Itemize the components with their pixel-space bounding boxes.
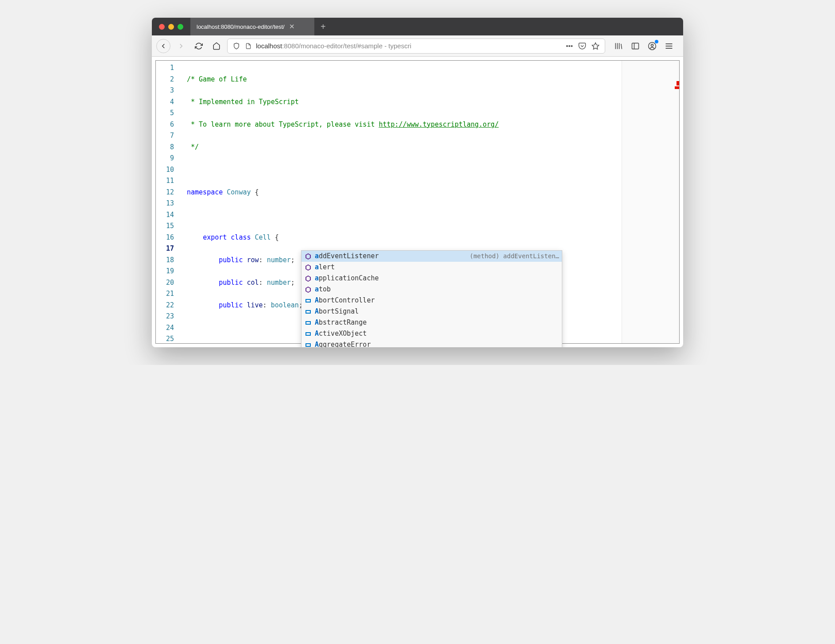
suggest-item[interactable]: atob [302, 284, 562, 295]
suggest-label: AbortSignal [315, 306, 359, 318]
suggest-item[interactable]: ActiveXObject [302, 328, 562, 339]
overview-ruler [673, 61, 679, 343]
variable-icon [304, 341, 312, 348]
line-number: 1 [156, 62, 174, 74]
suggest-item[interactable]: AbortSignal [302, 306, 562, 317]
line-number: 21 [156, 288, 174, 300]
suggest-label: applicationCache [315, 273, 379, 284]
shield-icon[interactable] [232, 42, 241, 50]
suggest-label: addEventListener [315, 251, 379, 262]
hamburger-menu-icon[interactable] [664, 41, 674, 51]
page-info-icon[interactable] [244, 42, 252, 50]
line-number: 14 [156, 209, 174, 221]
line-number: 2 [156, 74, 174, 85]
line-number: 20 [156, 277, 174, 289]
suggest-item[interactable]: alert [302, 262, 562, 273]
line-number: 7 [156, 130, 174, 142]
line-number: 9 [156, 153, 174, 164]
suggest-label: AbortController [315, 295, 375, 306]
url-bar[interactable]: localhost:8080/monaco-editor/test/#sampl… [227, 39, 605, 54]
line-number: 3 [156, 85, 174, 97]
reload-button[interactable] [192, 39, 206, 53]
page-actions-icon[interactable]: ••• [565, 41, 574, 50]
suggest-item[interactable]: AbstractRange [302, 317, 562, 328]
intellisense-popup[interactable]: addEventListener(method) addEventListen…… [301, 250, 562, 347]
home-button[interactable] [209, 39, 224, 53]
line-number: 16 [156, 232, 174, 244]
variable-icon [304, 330, 312, 338]
suggest-label: atob [315, 284, 331, 295]
suggest-detail: (method) addEventListen… [470, 251, 559, 262]
svg-rect-0 [632, 43, 639, 49]
suggest-item[interactable]: AbortController [302, 295, 562, 306]
code-content[interactable]: /* Game of Life * Implemented in TypeScr… [181, 61, 622, 343]
line-gutter: 1234567891011121314151617181920212223242… [156, 61, 181, 343]
line-number: 24 [156, 322, 174, 334]
suggest-item[interactable]: applicationCache [302, 273, 562, 284]
suggest-label: AggregateError [315, 339, 371, 347]
close-window-button[interactable] [159, 24, 165, 30]
close-tab-icon[interactable]: ✕ [289, 23, 295, 31]
line-number: 11 [156, 175, 174, 187]
account-icon[interactable] [647, 41, 657, 51]
line-number: 13 [156, 198, 174, 209]
svg-point-2 [651, 44, 653, 46]
line-number: 15 [156, 221, 174, 232]
tab-title: localhost:8080/monaco-editor/test/ [197, 23, 285, 30]
line-number: 17 [156, 243, 174, 255]
pocket-icon[interactable] [577, 41, 587, 51]
method-icon [304, 275, 312, 283]
suggest-item[interactable]: addEventListener(method) addEventListen… [302, 251, 562, 262]
line-number: 4 [156, 97, 174, 108]
line-number: 23 [156, 311, 174, 322]
new-tab-button[interactable]: + [314, 22, 332, 32]
method-icon [304, 252, 312, 260]
line-number: 12 [156, 187, 174, 198]
browser-toolbar: localhost:8080/monaco-editor/test/#sampl… [152, 35, 683, 57]
minimize-window-button[interactable] [168, 24, 174, 30]
line-number: 5 [156, 108, 174, 119]
error-marker [675, 86, 679, 89]
line-number: 25 [156, 334, 174, 345]
maximize-window-button[interactable] [178, 24, 183, 30]
variable-icon [304, 319, 312, 327]
line-number: 10 [156, 164, 174, 176]
url-text: localhost:8080/monaco-editor/test/#sampl… [256, 42, 561, 50]
line-number: 8 [156, 142, 174, 153]
suggest-item[interactable]: AggregateError [302, 339, 562, 347]
browser-tab[interactable]: localhost:8080/monaco-editor/test/ ✕ [190, 18, 314, 35]
forward-button[interactable] [174, 39, 188, 53]
suggest-label: alert [315, 262, 335, 273]
back-button[interactable] [156, 39, 170, 53]
line-number: 18 [156, 255, 174, 266]
library-icon[interactable] [613, 41, 624, 51]
variable-icon [304, 308, 312, 316]
variable-icon [304, 297, 312, 305]
sidebar-icon[interactable] [630, 41, 641, 51]
bookmark-star-icon[interactable] [591, 41, 600, 51]
toolbar-right [609, 41, 679, 51]
suggest-label: ActiveXObject [315, 328, 367, 340]
code-editor[interactable]: 1234567891011121314151617181920212223242… [155, 60, 680, 344]
browser-window: localhost:8080/monaco-editor/test/ ✕ + l [152, 18, 683, 347]
traffic-lights [152, 24, 190, 30]
minimap[interactable] [622, 61, 679, 343]
titlebar: localhost:8080/monaco-editor/test/ ✕ + [152, 18, 683, 35]
line-number: 22 [156, 300, 174, 311]
method-icon [304, 264, 312, 272]
typescript-link[interactable]: http://www.typescriptlang.org/ [379, 120, 499, 128]
line-number: 19 [156, 266, 174, 277]
suggest-label: AbstractRange [315, 317, 367, 329]
line-number: 6 [156, 119, 174, 131]
method-icon [304, 286, 312, 294]
